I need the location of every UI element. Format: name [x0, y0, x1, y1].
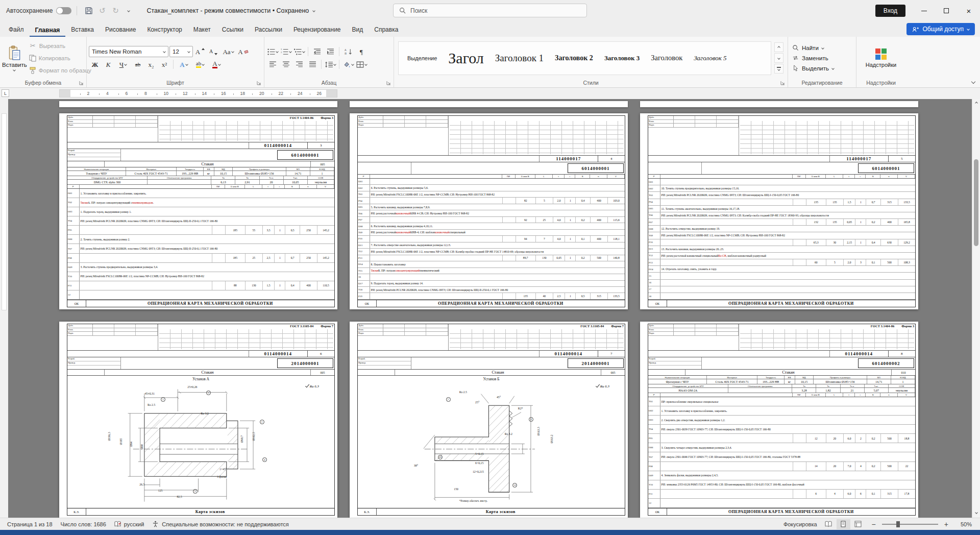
document-page-sketch[interactable]: ГОСТ 3.1105-84Форма 7Дубл.Взам.Подп.0114…	[350, 322, 628, 518]
signin-button[interactable]: Вход	[875, 5, 905, 17]
select-button[interactable]: Выделить	[790, 64, 854, 72]
scroll-down-icon[interactable]	[975, 508, 977, 517]
style-item[interactable]: Заголовок 5	[689, 43, 731, 74]
tab-Конструктор[interactable]: Конструктор	[141, 23, 187, 37]
styles-scroll-up-button[interactable]	[774, 42, 783, 52]
style-item[interactable]: Заголовок 3	[600, 43, 644, 74]
proofing-status[interactable]: русский	[110, 521, 148, 527]
clear-formatting-button[interactable]: А	[237, 46, 249, 57]
style-item[interactable]: Загол	[444, 43, 488, 74]
dialog-launcher-icon[interactable]	[79, 81, 84, 85]
show-formatting-button[interactable]: ¶	[355, 46, 368, 57]
font-size-select[interactable]: 12	[169, 46, 193, 57]
justify-button[interactable]	[306, 59, 318, 70]
borders-button[interactable]	[355, 59, 368, 70]
font-color-button[interactable]: А	[209, 59, 224, 70]
share-button[interactable]: Общий доступ	[906, 23, 975, 35]
align-right-button[interactable]	[293, 59, 305, 70]
tab-Рисование[interactable]: Рисование	[100, 23, 141, 37]
scrollbar-thumb[interactable]	[974, 159, 978, 246]
tab-Рассылки[interactable]: Рассылки	[249, 23, 288, 37]
dialog-launcher-icon[interactable]	[386, 81, 391, 85]
superscript-button[interactable]: x²	[158, 59, 170, 70]
align-center-button[interactable]	[280, 59, 292, 70]
page-indicator[interactable]: Страница 1 из 18	[3, 521, 57, 527]
ruler[interactable]: L 2468101214161820222426	[0, 88, 980, 99]
close-button[interactable]: ×	[958, 0, 980, 21]
document-page-opcard[interactable]: ГОСТ 3.1404-86Форма 3Дубл.Взам.Подп.0114…	[640, 322, 918, 518]
document-canvas[interactable]: ГОСТ 3.1404-86Форма 3Дубл.Взам.Подп.0114…	[8, 99, 972, 518]
tab-Макет[interactable]: Макет	[188, 23, 216, 37]
bold-button[interactable]: Ж	[89, 59, 101, 70]
qat-customize-button[interactable]	[122, 4, 135, 18]
align-left-button[interactable]	[266, 59, 279, 70]
document-page-opcont[interactable]: Дубл.Взам.Подп.11400001756014000001РПИD …	[640, 113, 918, 309]
document-page-sketch[interactable]: ГОСТ 3.1105-84Форма 7Дубл.Взам.Подп.0114…	[59, 322, 337, 518]
strikethrough-button[interactable]: ab	[132, 59, 144, 70]
accessibility-status[interactable]: Специальные возможности: не поддерживают…	[148, 521, 292, 527]
scroll-up-icon[interactable]	[975, 99, 977, 107]
tab-Справка[interactable]: Справка	[369, 23, 404, 37]
collapse-ribbon-button[interactable]	[972, 76, 975, 85]
zoom-slider-thumb[interactable]	[896, 521, 900, 527]
multilevel-list-button[interactable]	[293, 46, 305, 57]
tab-Вид[interactable]: Вид	[347, 23, 369, 37]
zoom-in-button[interactable]: +	[938, 520, 954, 528]
change-case-button[interactable]: Аа	[220, 46, 236, 57]
style-item[interactable]: Заголовок 1	[491, 43, 548, 74]
grow-font-button[interactable]: А	[194, 46, 206, 57]
cut-button[interactable]: ✂Вырезать	[27, 40, 93, 52]
save-button[interactable]	[82, 4, 95, 18]
redo-button[interactable]: ↻	[109, 4, 122, 18]
find-button[interactable]: Найти	[790, 43, 854, 52]
tab-Вставка[interactable]: Вставка	[65, 23, 100, 37]
horizontal-ruler[interactable]: 2468101214161820222426	[59, 89, 337, 98]
subscript-button[interactable]: x₂	[145, 59, 157, 70]
zoom-slider[interactable]	[882, 524, 938, 525]
style-item[interactable]: Выделение	[403, 43, 442, 74]
line-spacing-button[interactable]	[324, 59, 336, 70]
tab-Рецензирование[interactable]: Рецензирование	[288, 23, 347, 37]
highlight-button[interactable]: ab	[192, 59, 208, 70]
zoom-out-button[interactable]: −	[866, 520, 882, 528]
tab-selector-button[interactable]: L	[2, 89, 9, 97]
addins-button[interactable]: Надстройки	[862, 46, 900, 70]
vertical-scrollbar[interactable]	[972, 99, 980, 518]
underline-button[interactable]: Ч	[115, 59, 131, 70]
sort-button[interactable]: АЯ	[342, 46, 354, 57]
tab-Главная[interactable]: Главная	[30, 23, 66, 37]
minimize-button[interactable]	[913, 0, 935, 21]
read-mode-button[interactable]	[822, 519, 836, 529]
dialog-launcher-icon[interactable]	[780, 81, 785, 85]
copy-button[interactable]: Копировать	[27, 52, 93, 64]
search-box[interactable]: Поиск	[393, 4, 587, 17]
dialog-launcher-icon[interactable]	[257, 81, 261, 85]
format-painter-button[interactable]: Формат по образцу	[27, 64, 93, 76]
styles-scroll-down-button[interactable]	[774, 53, 783, 63]
style-item[interactable]: Заголовок 2	[550, 43, 598, 74]
increase-indent-button[interactable]	[324, 46, 336, 57]
styles-more-button[interactable]	[774, 64, 783, 74]
web-layout-button[interactable]	[851, 519, 865, 529]
font-name-select[interactable]: Times New Roman	[89, 46, 168, 57]
autosave-toggle[interactable]: Автосохранение	[6, 7, 71, 14]
tab-Файл[interactable]: Файл	[3, 23, 30, 37]
document-page-opcont[interactable]: Дубл.Взам.Подп.11400001746014000001РПИD …	[350, 113, 628, 309]
paste-button[interactable]: Вставить	[2, 38, 27, 78]
print-layout-button[interactable]	[837, 519, 850, 529]
document-title[interactable]: Стакан_комплект - режим совместимости • …	[146, 7, 315, 14]
shrink-font-button[interactable]: А	[207, 46, 219, 57]
zoom-level[interactable]: 50%	[954, 521, 977, 527]
maximize-button[interactable]	[935, 0, 958, 21]
undo-button[interactable]: ↺	[95, 4, 109, 18]
shading-button[interactable]	[342, 59, 354, 70]
document-page-opcard[interactable]: ГОСТ 3.1404-86Форма 3Дубл.Взам.Подп.0114…	[59, 113, 337, 309]
focus-mode-button[interactable]: Фокусировка	[779, 521, 821, 527]
decrease-indent-button[interactable]	[311, 46, 323, 57]
numbered-list-button[interactable]: 12	[280, 46, 292, 57]
style-item[interactable]: Заголовок	[646, 43, 687, 74]
italic-button[interactable]: К	[102, 59, 114, 70]
bullet-list-button[interactable]	[266, 46, 279, 57]
replace-button[interactable]: Заменить	[790, 54, 854, 62]
tab-Ссылки[interactable]: Ссылки	[216, 23, 249, 37]
